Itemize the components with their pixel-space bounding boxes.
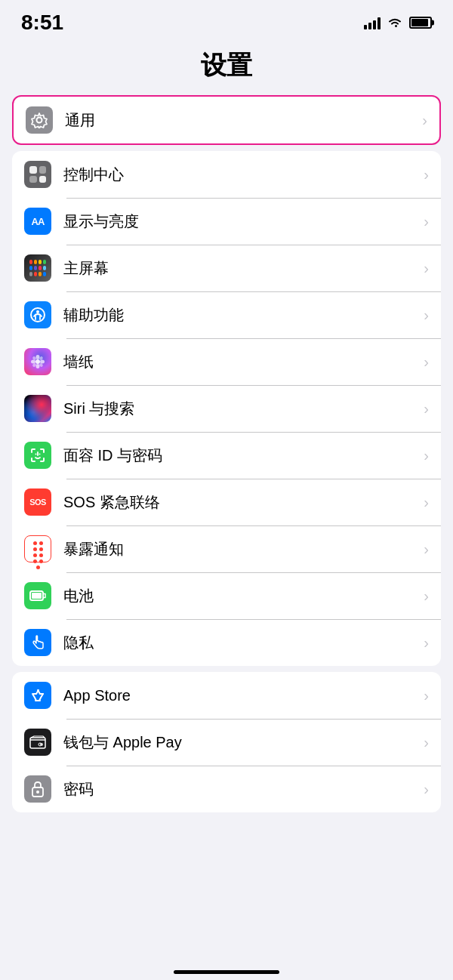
- settings-row-siri[interactable]: Siri 与搜索 ›: [12, 385, 441, 432]
- accessibility-svg: [29, 307, 46, 323]
- status-time: 8:51: [21, 11, 63, 35]
- faceid-chevron: ›: [424, 447, 429, 464]
- wallet-chevron: ›: [424, 734, 429, 751]
- display-aa-text: AA: [32, 216, 45, 227]
- accessibility-icon: [24, 301, 51, 328]
- svg-point-20: [36, 790, 39, 794]
- settings-row-privacy[interactable]: 隐私 ›: [12, 619, 441, 666]
- svg-point-6: [31, 360, 35, 364]
- home-screen-chevron: ›: [424, 260, 429, 277]
- accessibility-chevron: ›: [424, 307, 429, 324]
- faceid-icon: [24, 442, 51, 469]
- display-icon: AA: [24, 208, 51, 235]
- svg-rect-15: [32, 593, 42, 599]
- control-center-icon: [24, 161, 51, 188]
- grid-dots: [29, 260, 46, 276]
- siri-chevron: ›: [424, 400, 429, 418]
- svg-point-3: [35, 359, 40, 364]
- appstore-svg: [29, 687, 46, 704]
- battery-chevron: ›: [424, 587, 429, 605]
- battery-fill: [411, 19, 428, 26]
- display-group: 控制中心 › AA 显示与亮度 ›: [12, 151, 441, 666]
- password-chevron: ›: [424, 781, 429, 798]
- signal-icon: [364, 16, 381, 29]
- battery-svg: [29, 590, 46, 601]
- exposure-label: 暴露通知: [63, 539, 418, 559]
- battery-list-icon: [24, 582, 51, 609]
- exposure-icon: [24, 535, 51, 562]
- settings-row-battery[interactable]: 电池 ›: [12, 572, 441, 619]
- control-center-chevron: ›: [424, 166, 429, 183]
- svg-point-2: [36, 310, 39, 313]
- accessibility-label: 辅助功能: [63, 305, 418, 325]
- siri-label: Siri 与搜索: [63, 399, 418, 419]
- password-label: 密码: [63, 779, 418, 800]
- display-chevron: ›: [424, 213, 429, 230]
- home-indicator: [0, 961, 453, 980]
- general-label: 通用: [65, 110, 416, 131]
- settings-row-exposure[interactable]: 暴露通知 ›: [12, 525, 441, 572]
- faceid-label: 面容 ID 与密码: [63, 445, 418, 466]
- privacy-chevron: ›: [424, 634, 429, 652]
- appstore-icon: [24, 682, 51, 709]
- settings-row-wallpaper[interactable]: 墙纸 ›: [12, 338, 441, 385]
- settings-row-faceid[interactable]: 面容 ID 与密码 ›: [12, 432, 441, 479]
- page-header: 设置: [0, 41, 453, 95]
- settings-row-wallet[interactable]: 钱包与 Apple Pay ›: [12, 719, 441, 766]
- store-group: App Store › 钱包与 Apple Pay › 密码 ›: [12, 672, 441, 812]
- wallpaper-svg: [30, 354, 45, 369]
- wallet-svg: [29, 735, 46, 749]
- appstore-label: App Store: [63, 687, 418, 704]
- settings-row-display[interactable]: AA 显示与亮度 ›: [12, 198, 441, 245]
- home-bar: [174, 970, 279, 974]
- settings-row-password[interactable]: 密码 ›: [12, 766, 441, 812]
- settings-row-general[interactable]: 通用 ›: [14, 97, 439, 143]
- svg-point-13: [39, 454, 41, 455]
- sos-text: SOS: [29, 498, 46, 507]
- privacy-svg: [29, 634, 46, 651]
- svg-point-12: [35, 454, 37, 455]
- sos-chevron: ›: [424, 494, 429, 511]
- svg-rect-16: [30, 738, 45, 748]
- status-bar: 8:51: [0, 0, 453, 41]
- general-chevron: ›: [422, 112, 427, 129]
- settings-row-appstore[interactable]: App Store ›: [12, 672, 441, 719]
- wallet-icon: [24, 729, 51, 756]
- privacy-icon: [24, 629, 51, 656]
- appstore-chevron: ›: [424, 687, 429, 704]
- battery-status-icon: [409, 17, 432, 29]
- exposure-chevron: ›: [424, 541, 429, 558]
- status-icons: [364, 16, 432, 29]
- wallpaper-icon: [24, 348, 51, 375]
- page-title: 设置: [0, 48, 453, 83]
- siri-icon: [24, 395, 51, 422]
- wallet-label: 钱包与 Apple Pay: [63, 732, 418, 753]
- faceid-svg: [29, 447, 46, 464]
- sos-icon: SOS: [24, 488, 51, 516]
- settings-row-control-center[interactable]: 控制中心 ›: [12, 151, 441, 198]
- svg-point-1: [31, 308, 45, 322]
- svg-point-5: [36, 364, 40, 368]
- general-icon: [26, 106, 53, 134]
- home-screen-label: 主屏幕: [63, 258, 418, 279]
- sos-label: SOS 紧急联络: [63, 492, 418, 513]
- general-group: 通用 ›: [12, 95, 441, 145]
- control-center-label: 控制中心: [63, 165, 418, 185]
- svg-point-4: [36, 355, 40, 359]
- svg-point-0: [37, 118, 42, 123]
- settings-row-sos[interactable]: SOS SOS 紧急联络 ›: [12, 479, 441, 525]
- wallpaper-chevron: ›: [424, 353, 429, 371]
- gear-svg: [31, 112, 48, 128]
- password-icon: [24, 775, 51, 803]
- exposure-dots: [30, 541, 45, 556]
- privacy-label: 隐私: [63, 633, 418, 653]
- wifi-icon: [387, 17, 403, 29]
- settings-row-accessibility[interactable]: 辅助功能 ›: [12, 291, 441, 338]
- wallpaper-label: 墙纸: [63, 352, 418, 372]
- settings-row-home-screen[interactable]: 主屏幕 ›: [12, 245, 441, 291]
- password-svg: [31, 781, 45, 797]
- home-screen-icon: [24, 254, 51, 282]
- svg-point-7: [40, 360, 45, 364]
- display-label: 显示与亮度: [63, 211, 418, 232]
- battery-label: 电池: [63, 586, 418, 606]
